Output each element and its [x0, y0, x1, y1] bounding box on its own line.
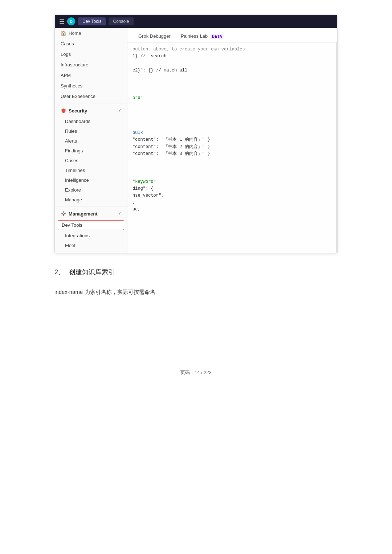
content-section: 2、 创建知识库索引 index-name 为索引名称，实际可按需命名	[54, 268, 338, 297]
code-line-7	[132, 88, 332, 95]
kibana-logo: D	[67, 17, 75, 25]
sidebar-item-intelligence[interactable]: Intelligence	[55, 175, 127, 185]
management-chevron-icon: ✓	[118, 212, 121, 216]
security-chevron-icon: ✓	[118, 108, 121, 113]
devtools-top-tab[interactable]: Dev Tools	[78, 17, 106, 25]
sidebar-management-header[interactable]: Management ✓	[55, 208, 127, 219]
section-number: 2、	[54, 268, 65, 276]
main-layout: 🏠 Home Cases Logs Infrastructure APM Sy	[55, 28, 337, 253]
security-icon	[61, 108, 66, 114]
hamburger-icon[interactable]: ☰	[59, 18, 64, 25]
section-description: index-name 为索引名称，实际可按需命名	[54, 287, 338, 297]
code-line-13: bulk	[132, 130, 332, 136]
code-line-14: "content": "「书本 1 的内容」" }	[132, 136, 332, 143]
devtools-tabs: Grok Debugger Painless Lab BETA	[127, 28, 337, 42]
sidebar-item-apm[interactable]: APM	[55, 70, 127, 81]
code-line-4: e2}": {} // match_all	[132, 67, 332, 74]
code-line-3	[132, 60, 332, 67]
sidebar-divider-1	[55, 103, 127, 103]
console-area: button, above, to create your own variab…	[127, 42, 337, 253]
page-info: 页码：14 / 223	[180, 370, 212, 375]
top-bar: ☰ D Dev Tools Console	[55, 15, 337, 28]
sidebar-item-dashboards[interactable]: Dashboards	[55, 116, 127, 126]
page-footer: 页码：14 / 223	[22, 369, 370, 376]
code-line-11	[132, 116, 332, 123]
code-line-1: button, above, to create your own variab…	[132, 46, 332, 53]
sidebar-item-cases[interactable]: Cases	[55, 156, 127, 165]
sidebar-item-cases[interactable]: Cases	[55, 38, 127, 49]
sidebar-item-findings[interactable]: Findings	[55, 146, 127, 156]
management-icon	[61, 211, 66, 217]
sidebar-divider-2	[55, 206, 127, 206]
sidebar-item-rules[interactable]: Rules	[55, 126, 127, 136]
code-line-6	[132, 81, 332, 88]
code-line-19	[132, 171, 332, 178]
code-line-5	[132, 74, 332, 81]
svg-point-0	[63, 213, 65, 215]
sidebar-security-header[interactable]: Security ✓	[55, 105, 127, 116]
section-title: 2、 创建知识库索引	[54, 268, 338, 276]
sidebar: 🏠 Home Cases Logs Infrastructure APM Sy	[55, 28, 127, 253]
sidebar-item-integrations[interactable]: Integrations	[55, 231, 127, 241]
sidebar-item-home[interactable]: 🏠 Home	[55, 28, 127, 38]
code-line-12	[132, 123, 332, 130]
right-border	[336, 42, 337, 253]
sidebar-item-user-experience[interactable]: User Experience	[55, 91, 127, 102]
beta-badge: BETA	[211, 34, 224, 39]
code-line-2: 1} // _search	[132, 53, 332, 60]
code-line-15: "content": "「书本 2 的内容」" }	[132, 144, 332, 151]
code-line-16: "content": "「书本 3 的内容」" }	[132, 151, 332, 157]
code-line-9	[132, 102, 332, 109]
code-line-10	[132, 109, 332, 116]
content-area: Grok Debugger Painless Lab BETA button, …	[127, 28, 337, 253]
tab-grok-debugger[interactable]: Grok Debugger	[133, 30, 176, 42]
sidebar-item-timelines[interactable]: Timelines	[55, 165, 127, 175]
sidebar-item-logs[interactable]: Logs	[55, 49, 127, 59]
home-icon: 🏠	[61, 30, 66, 36]
code-line-8: ord"	[132, 95, 332, 102]
console-top-tab[interactable]: Console	[109, 17, 133, 25]
code-line-21: ding": {	[132, 185, 332, 192]
sidebar-item-synthetics[interactable]: Synthetics	[55, 81, 127, 91]
code-line-18	[132, 164, 332, 171]
code-line-17	[132, 157, 332, 164]
sidebar-item-alerts[interactable]: Alerts	[55, 136, 127, 146]
sidebar-item-fleet[interactable]: Fleet	[55, 241, 127, 250]
code-line-20: "keyword"	[132, 178, 332, 185]
sidebar-item-osquery[interactable]: Osquery	[55, 250, 127, 253]
code-line-24: ue,	[132, 206, 332, 213]
sidebar-item-explore[interactable]: Explore	[55, 185, 127, 195]
console-editor[interactable]: button, above, to create your own variab…	[127, 42, 337, 253]
code-line-22: nse_vector",	[132, 192, 332, 199]
sidebar-item-devtools[interactable]: Dev Tools	[58, 220, 124, 230]
tab-painless-lab[interactable]: Painless Lab BETA	[176, 30, 229, 42]
section-title-text: 创建知识库索引	[69, 268, 115, 276]
screenshot-container: ☰ D Dev Tools Console 🏠 Home Cases	[54, 15, 338, 253]
code-line-23: ,	[132, 199, 332, 206]
sidebar-item-manage[interactable]: Manage	[55, 195, 127, 205]
sidebar-item-infrastructure[interactable]: Infrastructure	[55, 59, 127, 70]
